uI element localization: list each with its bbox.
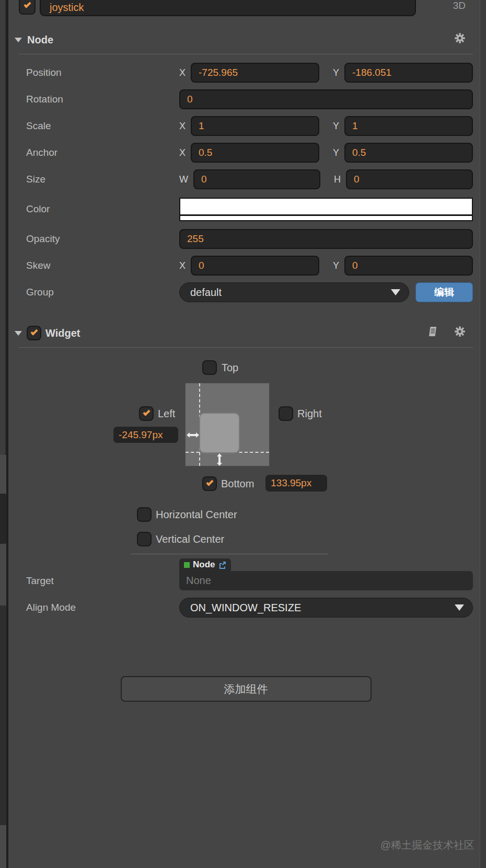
axis-y-label: Y	[333, 121, 339, 132]
target-node-input[interactable]: None	[179, 571, 473, 590]
position-x-input[interactable]: -725.965	[191, 63, 319, 83]
align-right-label: Right	[297, 406, 322, 421]
check-icon	[30, 328, 38, 335]
node-name-input[interactable]: joystick	[40, 0, 416, 16]
alignment-preview-node	[199, 413, 240, 453]
chevron-down-icon	[391, 289, 400, 295]
scale-y-input[interactable]: 1	[344, 116, 473, 136]
axis-y-label: Y	[333, 67, 339, 78]
adjacent-panel-segment	[0, 825, 6, 868]
rotation-input[interactable]: 0	[179, 89, 473, 109]
align-top-label: Top	[222, 360, 238, 375]
widget-section-title: Widget	[45, 327, 80, 339]
section-divider	[19, 347, 473, 348]
vertical-center-label: Vertical Center	[156, 532, 224, 546]
check-icon	[206, 478, 213, 486]
widget-alignment-diagram: Top Left -245.97px Right	[19, 354, 473, 549]
widget-enabled-checkbox[interactable]	[27, 326, 41, 340]
align-right-checkbox[interactable]	[279, 406, 293, 421]
align-left-checkbox[interactable]	[139, 406, 154, 421]
anchor-x-input[interactable]: 0.5	[191, 143, 319, 163]
adjacent-panel-edge	[0, 0, 8, 868]
anchor-row: Anchor X 0.5 Y 0.5	[19, 143, 473, 163]
chevron-down-icon	[455, 604, 464, 611]
size-w-input[interactable]: 0	[193, 169, 320, 189]
alignment-preview-frame	[185, 383, 270, 466]
scale-label: Scale	[19, 120, 179, 132]
axis-w-label: W	[179, 174, 188, 185]
anchor-label: Anchor	[19, 147, 179, 158]
collapse-triangle-icon[interactable]	[15, 331, 22, 336]
gear-icon[interactable]	[455, 326, 465, 337]
help-doc-icon[interactable]	[428, 326, 437, 337]
anchor-y-input[interactable]: 0.5	[344, 143, 473, 163]
horizontal-offset-arrow-icon	[186, 431, 200, 439]
target-type-tag: Node	[179, 558, 231, 571]
group-label: Group	[19, 287, 179, 298]
scroll-gutter[interactable]	[480, 0, 486, 868]
align-mode-row: Align Mode ON_WINDOW_RESIZE	[19, 598, 473, 618]
size-row: Size W 0 H 0	[19, 169, 473, 189]
vertical-offset-arrow-icon	[216, 453, 223, 466]
vertical-center-checkbox[interactable]	[137, 532, 152, 546]
group-edit-button[interactable]: 编辑	[415, 282, 473, 302]
adjacent-panel-segment	[0, 494, 6, 544]
scale-x-input[interactable]: 1	[191, 116, 319, 136]
widget-subsection-divider	[131, 554, 328, 554]
skew-y-input[interactable]: 0	[344, 256, 473, 276]
target-label: Target	[19, 575, 179, 590]
horizontal-center-label: Horizontal Center	[156, 507, 237, 522]
node-type-icon	[184, 562, 190, 568]
axis-y-label: Y	[333, 260, 339, 271]
color-alpha-strip	[180, 216, 472, 220]
inspector-panel: joystick 3D Node	[0, 0, 486, 868]
group-select[interactable]: default	[179, 282, 409, 302]
target-type-name: Node	[193, 559, 215, 570]
align-mode-select[interactable]: ON_WINDOW_RESIZE	[179, 598, 473, 618]
align-bottom-checkbox[interactable]	[202, 476, 217, 491]
opacity-row: Opacity 255	[19, 229, 473, 249]
opacity-label: Opacity	[19, 233, 179, 245]
adjacent-panel-segment	[0, 544, 6, 606]
horizontal-center-checkbox[interactable]	[137, 507, 152, 522]
check-icon	[24, 1, 31, 8]
size-label: Size	[19, 174, 179, 185]
watermark-text: @稀土掘金技术社区	[380, 838, 475, 852]
check-icon	[143, 408, 150, 416]
axis-x-label: X	[179, 147, 186, 158]
color-picker-swatch[interactable]	[179, 198, 473, 221]
collapse-triangle-icon[interactable]	[15, 38, 22, 42]
adjacent-panel-segment	[0, 606, 6, 825]
size-h-input[interactable]: 0	[346, 169, 473, 189]
align-bottom-value-input[interactable]: 133.95px	[265, 475, 327, 492]
section-divider	[19, 54, 473, 54]
align-left-label: Left	[158, 406, 175, 421]
align-mode-label: Align Mode	[19, 602, 179, 613]
color-row: Color	[19, 196, 473, 222]
axis-y-label: Y	[333, 147, 339, 158]
skew-row: Skew X 0 Y 0	[19, 256, 473, 276]
adjacent-panel-segment	[0, 0, 6, 455]
color-label: Color	[19, 203, 179, 215]
align-top-checkbox[interactable]	[202, 360, 217, 375]
position-row: Position X -725.965 Y -186.051	[19, 63, 473, 83]
axis-x-label: X	[179, 67, 186, 78]
external-link-icon[interactable]	[218, 561, 226, 569]
align-mode-selected-value: ON_WINDOW_RESIZE	[190, 602, 301, 614]
opacity-input[interactable]: 255	[179, 229, 473, 249]
target-row: Target Node None	[19, 558, 473, 590]
align-left-value-input[interactable]: -245.97px	[113, 427, 178, 443]
rotation-row: Rotation 0	[19, 89, 473, 109]
align-bottom-label: Bottom	[221, 476, 254, 491]
axis-x-label: X	[179, 121, 186, 132]
widget-section-header: Widget	[19, 325, 473, 341]
add-component-button[interactable]: 添加组件	[121, 676, 372, 702]
node-active-checkbox[interactable]	[19, 0, 36, 15]
skew-x-input[interactable]: 0	[191, 256, 319, 276]
rotation-label: Rotation	[19, 94, 179, 105]
scale-row: Scale X 1 Y 1	[19, 116, 473, 136]
node-section-header: Node	[19, 32, 473, 48]
gear-icon[interactable]	[455, 33, 465, 43]
axis-x-label: X	[179, 260, 186, 271]
position-y-input[interactable]: -186.051	[344, 63, 473, 83]
